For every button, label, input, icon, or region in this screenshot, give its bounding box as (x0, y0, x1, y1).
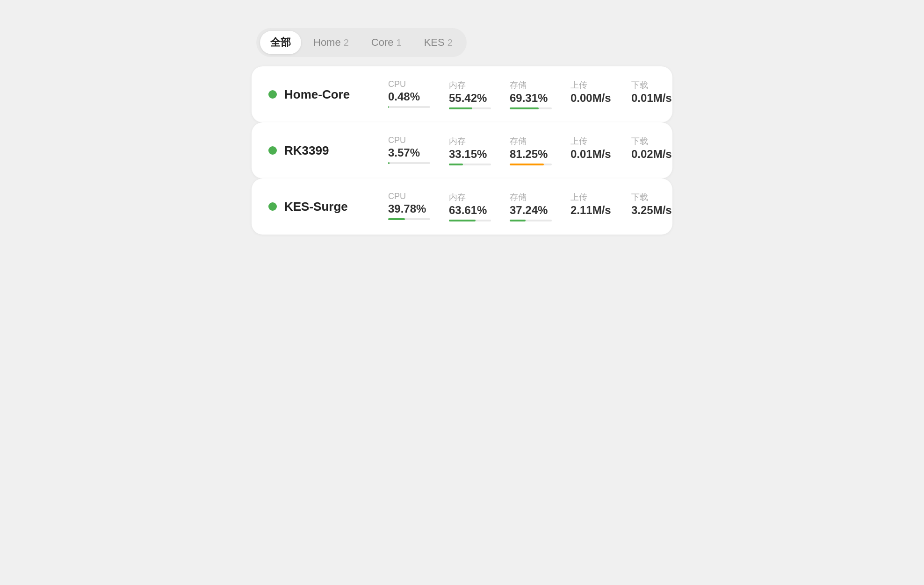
cpu-label-1: CPU (388, 136, 430, 145)
mem-metric-1: 内存 33.15% (449, 136, 491, 165)
main-container: 全部Home 2Core 1KES 2 Home-Core CPU 0.48% … (252, 28, 672, 235)
storage-bar-fill-2 (510, 220, 526, 221)
mem-bar-fill-2 (449, 220, 476, 221)
tab-kes[interactable]: KES 2 (414, 32, 463, 53)
mem-label-2: 内存 (449, 192, 491, 203)
storage-label-1: 存储 (510, 136, 552, 147)
upload-metric-1: 上传 0.01M/s (570, 136, 613, 165)
cpu-label-2: CPU (388, 192, 430, 201)
storage-metric-2: 存储 37.24% (510, 192, 552, 221)
status-dot-2 (268, 202, 277, 211)
cpu-metric-1: CPU 3.57% (388, 136, 430, 165)
tab-label-kes: KES (424, 36, 445, 49)
server-name-1: RK3399 (284, 143, 329, 158)
storage-bar-track-0 (510, 107, 552, 109)
storage-value-2: 37.24% (510, 204, 552, 217)
storage-bar-track-2 (510, 220, 552, 221)
download-label-1: 下载 (631, 136, 673, 147)
mem-value-2: 63.61% (449, 204, 491, 217)
upload-metric-0: 上传 0.00M/s (570, 79, 613, 109)
cpu-value-0: 0.48% (388, 90, 430, 103)
metrics-0: CPU 0.48% 内存 55.42% 存储 69.31% (388, 79, 673, 109)
download-label-2: 下载 (631, 192, 673, 203)
server-name-0: Home-Core (284, 87, 350, 102)
storage-label-2: 存储 (510, 192, 552, 203)
cpu-metric-0: CPU 0.48% (388, 79, 430, 109)
server-card-0: Home-Core CPU 0.48% 内存 55.42% (252, 66, 672, 122)
metrics-2: CPU 39.78% 内存 63.61% 存储 37.24% (388, 192, 673, 221)
tab-label-home: Home (313, 36, 341, 49)
tab-badge-core: 1 (397, 37, 402, 48)
server-name-2: KES-Surge (284, 200, 348, 214)
cpu-bar-fill-2 (388, 218, 405, 220)
upload-label-1: 上传 (570, 136, 613, 147)
tab-all[interactable]: 全部 (260, 31, 301, 54)
download-metric-0: 下载 0.01M/s (631, 79, 673, 109)
status-dot-0 (268, 90, 277, 99)
mem-bar-fill-1 (449, 164, 463, 165)
mem-label-0: 内存 (449, 79, 491, 91)
tab-core[interactable]: Core 1 (361, 32, 412, 53)
server-card-2: KES-Surge CPU 39.78% 内存 63.61% (252, 178, 672, 235)
download-value-1: 0.02M/s (631, 148, 673, 161)
mem-metric-0: 内存 55.42% (449, 79, 491, 109)
mem-bar-track-0 (449, 107, 491, 109)
cpu-bar-track-0 (388, 106, 430, 108)
cpu-value-2: 39.78% (388, 202, 430, 215)
storage-value-1: 81.25% (510, 148, 552, 161)
cpu-metric-2: CPU 39.78% (388, 192, 430, 221)
download-value-0: 0.01M/s (631, 92, 673, 105)
upload-value-1: 0.01M/s (570, 148, 613, 161)
storage-label-0: 存储 (510, 79, 552, 91)
download-metric-2: 下载 3.25M/s (631, 192, 673, 221)
mem-value-0: 55.42% (449, 92, 491, 105)
storage-value-0: 69.31% (510, 92, 552, 105)
mem-metric-2: 内存 63.61% (449, 192, 491, 221)
download-value-2: 3.25M/s (631, 204, 673, 217)
server-status-2: KES-Surge (268, 200, 371, 214)
mem-bar-track-1 (449, 164, 491, 165)
server-status-0: Home-Core (268, 87, 371, 102)
upload-value-0: 0.00M/s (570, 92, 613, 105)
server-card-1: RK3399 CPU 3.57% 内存 33.15% (252, 122, 672, 178)
cpu-value-1: 3.57% (388, 146, 430, 159)
storage-metric-0: 存储 69.31% (510, 79, 552, 109)
mem-bar-fill-0 (449, 107, 472, 109)
mem-label-1: 内存 (449, 136, 491, 147)
storage-bar-fill-0 (510, 107, 539, 109)
download-label-0: 下载 (631, 79, 673, 91)
server-status-1: RK3399 (268, 143, 371, 158)
tab-home[interactable]: Home 2 (303, 32, 359, 53)
upload-metric-2: 上传 2.11M/s (570, 192, 613, 221)
metrics-1: CPU 3.57% 内存 33.15% 存储 81.25% (388, 136, 673, 165)
download-metric-1: 下载 0.02M/s (631, 136, 673, 165)
status-dot-1 (268, 146, 277, 155)
cpu-label-0: CPU (388, 79, 430, 89)
cpu-bar-track-1 (388, 162, 430, 164)
tab-badge-home: 2 (344, 37, 349, 48)
upload-value-2: 2.11M/s (570, 204, 613, 217)
mem-bar-track-2 (449, 220, 491, 221)
cpu-bar-track-2 (388, 218, 430, 220)
upload-label-2: 上传 (570, 192, 613, 203)
upload-label-0: 上传 (570, 79, 613, 91)
tab-bar: 全部Home 2Core 1KES 2 (256, 28, 467, 57)
server-list: Home-Core CPU 0.48% 内存 55.42% (252, 66, 672, 235)
tab-label-all: 全部 (270, 36, 291, 50)
storage-bar-fill-1 (510, 164, 544, 165)
storage-metric-1: 存储 81.25% (510, 136, 552, 165)
tab-label-core: Core (371, 36, 394, 49)
mem-value-1: 33.15% (449, 148, 491, 161)
tab-badge-kes: 2 (448, 37, 453, 48)
cpu-bar-fill-1 (388, 162, 390, 164)
storage-bar-track-1 (510, 164, 552, 165)
